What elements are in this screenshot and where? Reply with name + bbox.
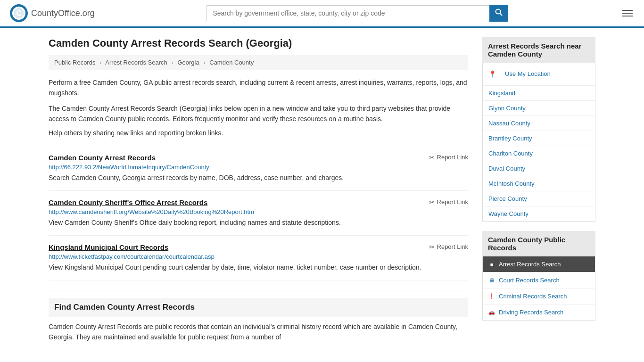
driving-records-icon: 🚗 <box>488 309 495 316</box>
use-location-link[interactable]: Use My Location <box>499 66 556 81</box>
pr-item-court[interactable]: 🏛 Court Records Search <box>483 272 595 288</box>
sidebar-item-duval[interactable]: Duval County <box>483 161 595 176</box>
arrest-records-icon: ■ <box>488 261 495 268</box>
new-links[interactable]: new links <box>116 129 144 137</box>
pr-item-criminal[interactable]: ❗ Criminal Records Search <box>483 288 595 304</box>
content-wrapper: Camden County Arrest Records Search (Geo… <box>39 28 605 352</box>
court-records-icon: 🏛 <box>488 277 495 284</box>
find-section-title: Find Camden County Arrest Records <box>49 298 468 317</box>
record-desc-2: View Kingsland Municipal Court pending c… <box>49 263 468 272</box>
sidebar-item-nassau[interactable]: Nassau County <box>483 116 595 131</box>
report-icon-2: ✂ <box>429 243 435 251</box>
sidebar-item-kingsland[interactable]: Kingsland <box>483 86 595 101</box>
report-link-2[interactable]: ✂ Report Link <box>429 243 468 251</box>
sidebar-item-mcintosh[interactable]: McIntosh County <box>483 176 595 191</box>
report-link-1[interactable]: ✂ Report Link <box>429 198 468 206</box>
main-content: Camden County Arrest Records Search (Geo… <box>49 37 468 342</box>
sidebar-item-pierce[interactable]: Pierce County <box>483 191 595 206</box>
sidebar-nearby-list: 📍 Use My Location Kingsland Glynn County… <box>482 63 595 222</box>
site-header: C CountyOffice.org <box>0 0 644 28</box>
menu-button[interactable] <box>620 8 635 18</box>
pr-item-driving[interactable]: 🚗 Driving Records Search <box>483 304 595 320</box>
location-pin-icon: 📍 <box>488 70 496 78</box>
sharing-text: Help others by sharing new links and rep… <box>49 129 468 137</box>
sidebar-public-records-section: Camden County Public Records ■ Arrest Re… <box>482 231 595 321</box>
svg-point-4 <box>496 9 501 14</box>
sidebar-item-brantley[interactable]: Brantley County <box>483 131 595 146</box>
logo[interactable]: C CountyOffice.org <box>9 4 95 23</box>
breadcrumb-georgia[interactable]: Georgia <box>177 59 199 66</box>
sidebar-item-charlton[interactable]: Charlton County <box>483 146 595 161</box>
record-entry-0: Camden County Arrest Records ✂ Report Li… <box>49 146 468 191</box>
sidebar-nearby-section: Arrest Records Search near Camden County… <box>482 37 595 222</box>
pr-item-arrest[interactable]: ■ Arrest Records Search <box>483 256 595 272</box>
record-desc-1: View Camden County Sheriff's Office dail… <box>49 218 468 228</box>
header-right <box>620 8 635 18</box>
sidebar-nearby-heading: Arrest Records Search near Camden County <box>482 37 595 63</box>
court-records-label: Court Records Search <box>499 277 560 284</box>
record-entry-1: Camden County Sheriff's Office Arrest Re… <box>49 191 468 236</box>
public-records-list: ■ Arrest Records Search 🏛 Court Records … <box>482 256 595 321</box>
record-title-0[interactable]: Camden County Arrest Records <box>49 154 156 162</box>
find-section-text: Camden County Arrest Records are public … <box>49 321 468 343</box>
find-section: Find Camden County Arrest Records Camden… <box>49 290 468 343</box>
sidebar-item-glynn[interactable]: Glynn County <box>483 101 595 116</box>
svg-line-5 <box>500 14 503 16</box>
search-icon <box>495 8 503 16</box>
report-link-0[interactable]: ✂ Report Link <box>429 154 468 161</box>
search-area <box>206 5 508 22</box>
breadcrumb-public-records[interactable]: Public Records <box>54 59 95 66</box>
record-url-1[interactable]: http://www.camdensheriff.org/Website%20D… <box>49 208 468 215</box>
logo-icon: C <box>9 4 28 23</box>
record-desc-0: Search Camden County, Georgia arrest rec… <box>49 173 468 183</box>
breadcrumb: Public Records › Arrest Records Search ›… <box>49 55 468 70</box>
intro-paragraph-2: The Camden County Arrest Records Search … <box>49 103 468 124</box>
criminal-records-label: Criminal Records Search <box>499 293 567 300</box>
search-button[interactable] <box>489 5 508 22</box>
logo-text: CountyOffice.org <box>31 8 95 18</box>
search-input[interactable] <box>206 5 489 21</box>
sidebar-item-wayne[interactable]: Wayne County <box>483 206 595 221</box>
sidebar-use-location[interactable]: 📍 Use My Location <box>483 63 595 86</box>
intro-paragraph-1: Perform a free Camden County, GA public … <box>49 77 468 99</box>
breadcrumb-arrest-records[interactable]: Arrest Records Search <box>105 59 167 66</box>
report-icon-1: ✂ <box>429 198 435 206</box>
record-url-0[interactable]: http://66.222.93.2/NewWorld.InmateInquir… <box>49 164 468 171</box>
record-title-1[interactable]: Camden County Sheriff's Office Arrest Re… <box>49 198 207 206</box>
record-url-2[interactable]: http://www.ticketfastpay.com/courtcalend… <box>49 253 468 260</box>
breadcrumb-camden-county[interactable]: Camden County <box>209 59 254 66</box>
report-icon-0: ✂ <box>429 154 435 161</box>
criminal-records-icon: ❗ <box>488 293 495 300</box>
svg-text:C: C <box>16 9 22 17</box>
record-title-2[interactable]: Kingsland Municipal Court Records <box>49 243 168 251</box>
driving-records-label: Driving Records Search <box>499 309 563 316</box>
arrest-records-label: Arrest Records Search <box>499 261 561 268</box>
record-entry-2: Kingsland Municipal Court Records ✂ Repo… <box>49 236 468 280</box>
page-title: Camden County Arrest Records Search (Geo… <box>49 37 468 49</box>
sidebar-public-records-heading: Camden County Public Records <box>482 231 595 256</box>
sidebar: Arrest Records Search near Camden County… <box>482 37 595 342</box>
